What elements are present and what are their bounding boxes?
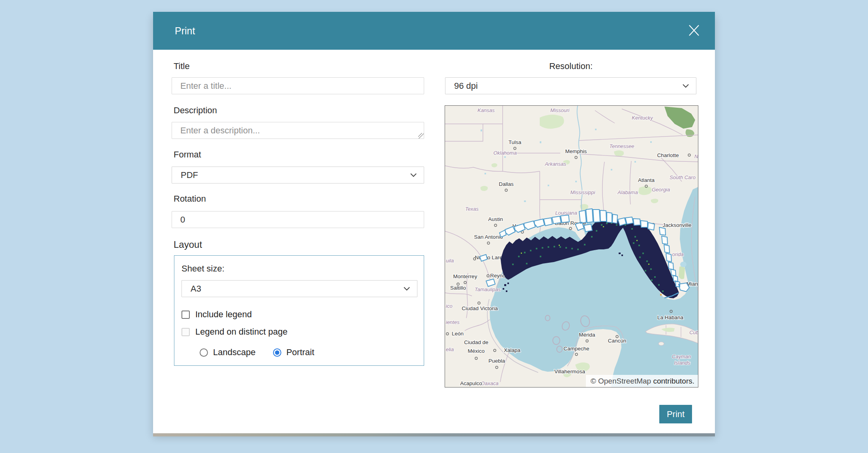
chevron-down-icon [404, 287, 410, 291]
legend-distinct-page-label: Legend on distinct page [195, 327, 288, 337]
svg-text:Ciudad de: Ciudad de [464, 339, 488, 345]
svg-text:La Habana: La Habana [657, 314, 684, 320]
svg-text:Cub: Cub [689, 329, 698, 335]
landscape-radio[interactable]: Landscape [200, 347, 256, 358]
svg-text:Memphis: Memphis [565, 148, 587, 154]
background-page-edge [153, 433, 715, 436]
portrait-label: Portrait [286, 347, 314, 358]
resolution-value: 96 dpi [445, 81, 478, 91]
chevron-down-icon [683, 84, 689, 88]
svg-text:Xalapa: Xalapa [504, 347, 521, 353]
svg-text:Charlotte: Charlotte [657, 152, 679, 158]
svg-text:ico: ico [446, 303, 453, 309]
svg-text:León: León [452, 331, 464, 337]
sheet-size-select[interactable]: A3 [181, 280, 417, 297]
svg-text:ientes: ientes [446, 319, 460, 325]
svg-text:Texas: Texas [465, 206, 479, 212]
title-input[interactable] [172, 77, 424, 94]
resolution-select[interactable]: 96 dpi [445, 77, 696, 94]
svg-text:Cayman: Cayman [672, 354, 691, 359]
svg-text:Arkansas: Arkansas [544, 161, 567, 167]
svg-text:Ciudad Victoria: Ciudad Victoria [462, 305, 498, 311]
format-select[interactable]: PDF [172, 167, 424, 183]
svg-text:Tulsa: Tulsa [509, 139, 522, 145]
svg-text:Villahermosa: Villahermosa [554, 369, 585, 374]
orientation-radio-group: Landscape Portrait [200, 347, 325, 358]
portrait-radio[interactable]: Portrait [273, 347, 314, 358]
chevron-down-icon [410, 173, 417, 177]
rotation-label: Rotation [174, 194, 206, 204]
print-dialog: Print Title Description Format PDF Rotat… [153, 12, 715, 433]
svg-text:N: N [694, 153, 698, 159]
dialog-title: Print [175, 12, 195, 50]
format-value: PDF [172, 170, 198, 180]
map-lake-okeechobee [680, 262, 687, 267]
svg-text:Georgia: Georgia [652, 187, 670, 193]
svg-text:Alabama: Alabama [617, 189, 638, 195]
svg-text:México: México [468, 348, 485, 354]
include-legend-checkbox-row[interactable]: Include legend [181, 309, 252, 320]
svg-text:South Caro: South Caro [670, 174, 696, 180]
svg-text:Saltillo: Saltillo [450, 285, 466, 291]
svg-text:Tennessee: Tennessee [609, 143, 634, 149]
svg-text:Dallas: Dallas [499, 181, 514, 187]
dialog-header: Print [153, 12, 715, 50]
osm-contributors: contributors. [653, 377, 694, 385]
svg-text:Acapulco: Acapulco [460, 380, 482, 386]
svg-text:Campeche: Campeche [563, 346, 589, 352]
landscape-label: Landscape [213, 347, 256, 358]
svg-text:Cancún: Cancún [608, 338, 627, 344]
legend-distinct-page-checkbox-row[interactable]: Legend on distinct page [181, 327, 288, 337]
close-icon [687, 23, 701, 39]
svg-text:Kentucky: Kentucky [632, 115, 653, 121]
legend-distinct-page-checkbox[interactable] [181, 328, 190, 336]
svg-text:Monterrey: Monterrey [453, 273, 477, 279]
include-legend-label: Include legend [195, 309, 252, 320]
map-attribution[interactable]: © OpenStreetMap contributors. [586, 375, 698, 387]
sheet-size-label: Sheet size: [181, 264, 224, 274]
title-label: Title [174, 61, 190, 71]
svg-text:Jacksonville: Jacksonville [663, 222, 692, 228]
svg-text:uila: uila [446, 258, 454, 264]
print-button[interactable]: Print [659, 405, 692, 423]
svg-text:orida: orida [672, 251, 684, 257]
radio-icon [200, 348, 208, 357]
sheet-size-value: A3 [182, 284, 201, 294]
include-legend-checkbox[interactable] [181, 311, 190, 319]
format-label: Format [174, 150, 201, 160]
svg-text:Tamaulipas: Tamaulipas [475, 286, 501, 292]
description-input[interactable] [172, 122, 424, 139]
svg-text:Kansas: Kansas [477, 107, 495, 113]
svg-text:Puebla: Puebla [488, 358, 505, 364]
resolution-label: Resolution: [445, 61, 697, 71]
svg-text:elia: elia [446, 346, 454, 352]
svg-text:Oklahoma: Oklahoma [493, 150, 516, 156]
svg-text:Atlanta: Atlanta [638, 177, 655, 183]
description-label: Description [174, 105, 217, 116]
osm-link[interactable]: © OpenStreetMap [591, 377, 651, 385]
svg-text:Islands: Islands [674, 360, 690, 366]
rotation-input[interactable] [172, 211, 424, 228]
svg-text:Mississippi: Mississippi [571, 189, 596, 195]
svg-text:Mérida: Mérida [579, 332, 595, 338]
svg-text:San Antonio: San Antonio [474, 234, 503, 240]
radio-icon [273, 348, 281, 357]
close-button[interactable] [687, 24, 702, 39]
svg-text:Oaxaca: Oaxaca [481, 380, 499, 386]
svg-text:Missouri: Missouri [550, 107, 570, 113]
map-preview: KansasMissouriKentuckyOklahomaTennesseeA… [445, 105, 698, 387]
svg-text:Austin: Austin [488, 216, 503, 222]
layout-section: Sheet size: A3 Include legend Legend on … [174, 255, 424, 366]
layout-heading: Layout [174, 239, 202, 250]
